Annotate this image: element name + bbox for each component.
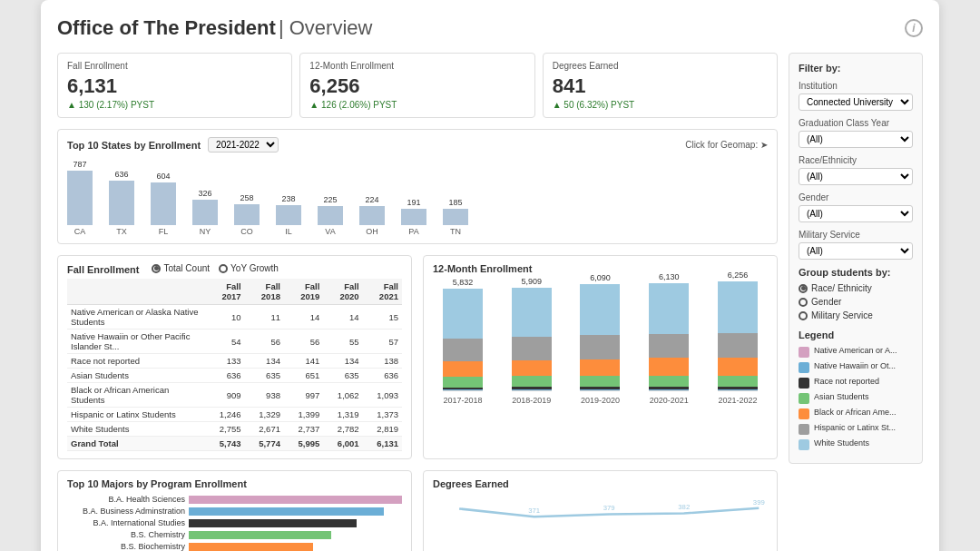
legend-item: Race not reported [799, 377, 913, 389]
institution-select[interactable]: Connected University [799, 93, 913, 111]
bar-group: 5,909 2018-2019 [502, 277, 562, 405]
info-icon[interactable]: i [905, 19, 923, 37]
svg-text:399: 399 [753, 498, 765, 507]
legend-item: White Students [799, 438, 913, 450]
kpi-fall-enrollment: Fall Enrollment 6,131 130 (2.17%) PYST [57, 53, 292, 118]
table-row: White Students2,7552,6712,7372,7822,819 [67, 422, 402, 437]
state-col: 258 CO [234, 193, 260, 236]
kpi-row: Fall Enrollment 6,131 130 (2.17%) PYST 1… [57, 53, 778, 118]
filter-panel: Filter by: Institution Connected Univers… [789, 53, 923, 464]
radio-yoy-growth[interactable]: YoY Growth [219, 263, 279, 273]
legend-item: Native Hawaiin or Ot... [799, 361, 913, 373]
gender-select[interactable]: (All) [799, 205, 913, 222]
header-title: Office of The President | Overview [57, 16, 372, 40]
fall-enrollment-table: Fall 2017Fall 2018Fall 2019Fall 2020Fall… [67, 279, 402, 451]
table-row: Black or African American Students909938… [67, 383, 402, 408]
grad-class-select[interactable]: (All) [799, 131, 913, 148]
state-col: 787 CA [67, 160, 93, 236]
legend-item: Native American or A... [799, 346, 913, 358]
fall-enrollment-section: Fall Enrollment Total Count YoY Growth [57, 255, 412, 459]
table-row: Native Hawaiin or Other Pacific Islander… [67, 330, 402, 354]
major-bar-row: B.S. Biochemistry [67, 542, 402, 551]
race-eth-select[interactable]: (All) [799, 168, 913, 185]
state-col: 224 OH [359, 195, 385, 236]
group-by-option[interactable]: Gender [799, 297, 913, 307]
radio-total-count[interactable]: Total Count [152, 263, 210, 273]
table-row: Hispanic or Latinx Students1,2461,3291,3… [67, 408, 402, 422]
military-select[interactable]: (All) [799, 242, 913, 260]
states-section: Top 10 States by Enrollment 2021-2022 Cl… [57, 129, 778, 244]
degrees-section: Degrees Earned 2018201920202021202237137… [423, 470, 778, 551]
states-year-dropdown[interactable]: 2021-2022 [208, 137, 279, 153]
table-row: Grand Total5,7435,7745,9956,0016,131 [67, 437, 402, 451]
state-col: 604 FL [151, 172, 176, 236]
bar-group: 6,090 2019-2020 [571, 273, 631, 405]
kpi-degrees-earned: Degrees Earned 841 50 (6.32%) PYST [543, 53, 778, 118]
state-col: 191 PA [401, 198, 426, 236]
bar-group: 6,130 2020-2021 [639, 272, 699, 405]
legend-item: Asian Students [799, 392, 913, 404]
header: Office of The President | Overview i [57, 16, 923, 40]
table-row: Race not reported133134141134138 [67, 354, 402, 369]
table-row: Asian Students636635651635636 [67, 369, 402, 383]
bar-group: 5,832 2017-2018 [433, 278, 493, 405]
major-bar-row: B.A. Business Adminstration [67, 507, 402, 516]
bar-group: 6,256 2021-2022 [708, 271, 768, 405]
table-row: Native American or Alaska Native Student… [67, 305, 402, 330]
state-col: 225 VA [318, 195, 343, 236]
kpi-12month-enrollment: 12-Month Enrollment 6,256 126 (2.06%) PY… [299, 53, 534, 118]
major-bar-row: B.S. Chemistry [67, 530, 402, 539]
state-col: 185 TN [443, 198, 468, 236]
twelve-month-chart: 12-Month Enrollment 5,832 2017-2018 5,90… [423, 255, 778, 459]
major-bar-row: B.A. Health Sciences [67, 495, 402, 504]
svg-text:382: 382 [678, 503, 690, 511]
svg-text:379: 379 [603, 504, 615, 512]
group-by-option[interactable]: Military Service [799, 310, 913, 320]
group-by-option[interactable]: Race/ Ethnicity [799, 283, 913, 293]
dashboard: Office of The President | Overview i Fal… [41, 0, 939, 551]
state-col: 238 IL [276, 194, 301, 236]
state-col: 326 NY [192, 189, 218, 236]
majors-section: Top 10 Majors by Program Enrollment B.A.… [57, 470, 412, 551]
geomap-link[interactable]: Click for Geomap: ➤ [685, 140, 768, 150]
states-bars: 787 CA 636 TX 604 FL 326 NY 258 CO 238 I… [67, 160, 768, 236]
legend-item: Hispanic or Latinx St... [799, 423, 913, 435]
legend-item: Black or African Ame... [799, 408, 913, 419]
major-bar-row: B.A. International Studies [67, 518, 402, 527]
svg-text:371: 371 [528, 507, 540, 515]
state-col: 636 TX [109, 170, 134, 236]
